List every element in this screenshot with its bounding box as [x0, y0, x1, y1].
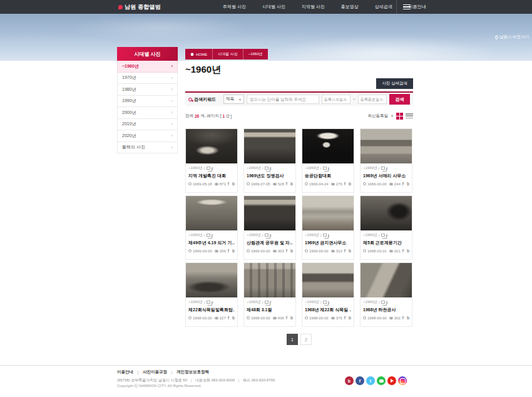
facebook-share-icon[interactable]: f [286, 182, 287, 186]
card-title[interactable]: 제49주년 4.19 의거 기… [188, 240, 235, 246]
blog-share-icon[interactable]: b [290, 182, 293, 186]
sidebar-item-1990s[interactable]: 1990년› [117, 96, 178, 108]
photo-thumbnail[interactable] [361, 196, 412, 230]
band-icon[interactable]: b [345, 376, 354, 385]
footer-link-usage-guide[interactable]: 이용안내 [117, 369, 133, 375]
city-site-quick-link[interactable]: 남원시 바로가기 [495, 34, 529, 40]
youtube-icon[interactable] [387, 376, 396, 385]
page-button-1[interactable]: 1 [287, 334, 298, 345]
photo-detail-search-button[interactable]: 사진 상세검색 [376, 78, 413, 89]
card-title[interactable]: 제5회 근로계몽기간 [363, 240, 409, 246]
sidebar-item-2010s[interactable]: 2010년› [117, 119, 178, 131]
blog-share-icon[interactable]: b [407, 182, 409, 186]
blog-share-icon[interactable]: b [290, 249, 293, 253]
sidebar-item-2020s[interactable]: 2020년› [117, 130, 178, 142]
instagram-icon[interactable] [398, 376, 407, 385]
search-keyword-input[interactable] [247, 95, 319, 104]
photo-thumbnail[interactable] [302, 196, 354, 230]
photo-card[interactable]: ~1960년 / 3 지역 개발촉진 대회 1969-05-18 873 f [185, 128, 238, 193]
photo-card[interactable]: ~1960년 / 2 제49주년 4.19 의거 기… 1969-00-00 2… [185, 195, 238, 260]
sidebar-item-1980s[interactable]: 1980년› [117, 84, 178, 96]
facebook-share-icon[interactable]: f [228, 182, 229, 186]
card-title[interactable]: 1968년 하천공사 [363, 307, 409, 313]
card-title[interactable]: 1969년 서매리 사무소 [363, 173, 409, 179]
photo-card[interactable]: ~1960년 / 6 제5회 근로계몽기간 1968-03-01 321 f [360, 195, 412, 260]
photo-thumbnail[interactable] [361, 263, 412, 297]
card-title[interactable]: 제22회식목일및록화탑… [188, 307, 235, 313]
page-button-2[interactable]: 2 [300, 334, 312, 345]
nav-item-detail-search[interactable]: 상세검색 [367, 0, 401, 14]
photo-card[interactable]: ~1960년 / 1 승공단합대회 1969-04-24 276 f [302, 128, 354, 193]
photo-thumbnail[interactable] [302, 263, 354, 297]
facebook-share-icon[interactable]: f [228, 249, 229, 253]
sidebar-item-1960s[interactable]: ~1960년› [117, 61, 178, 73]
card-title[interactable]: 1969년도 징병검사 [247, 173, 293, 179]
nav-item-region-photos[interactable]: 지역별 사진 [294, 0, 333, 14]
facebook-share-icon[interactable]: f [228, 316, 229, 320]
facebook-share-icon[interactable]: f [402, 316, 404, 320]
card-title[interactable]: 1968년 제22회 식목일 … [305, 307, 351, 313]
photo-thumbnail[interactable] [186, 263, 237, 297]
photo-card[interactable]: ~1960년 / 1 1968년 제22회 식목일 … 1968-00-00 3… [302, 262, 354, 327]
facebook-share-icon[interactable]: f [344, 316, 345, 320]
photo-card[interactable]: ~1960년 / 3 1968년 하천공사 1968-00-00 302 f [360, 262, 412, 327]
photo-card[interactable]: ~1960년 / 4 제22회식목일및록화탑… 1968-00-00 227 f [185, 262, 238, 327]
facebook-share-icon[interactable]: f [402, 249, 404, 253]
blog-share-icon[interactable]: b [232, 249, 235, 253]
blog-share-icon[interactable]: b [290, 316, 293, 320]
grid-view-icon[interactable] [396, 113, 403, 120]
talk-icon[interactable] [377, 376, 386, 385]
site-logo[interactable]: 남원 종합앨범 [118, 0, 161, 14]
footer-link-photo-policy[interactable]: 사진이용규정 [143, 369, 167, 375]
photo-card[interactable]: ~1960년 / 1 1969년 금지면사무소 1969-00-00 310 f [302, 195, 354, 260]
sort-order-select[interactable]: 최신등록일 ▼ [368, 113, 394, 119]
blog-share-icon[interactable]: b [232, 316, 235, 320]
sidebar-item-1970s[interactable]: 1970년› [117, 73, 178, 85]
card-title[interactable]: 1969년 금지면사무소 [305, 240, 351, 246]
search-category-select[interactable]: 제목 ▼ [223, 95, 244, 104]
facebook-share-icon[interactable]: f [402, 182, 404, 186]
facebook-share-icon[interactable]: f [286, 249, 287, 253]
facebook-share-icon[interactable]: f [286, 316, 287, 320]
sidebar-item-photo-of-year[interactable]: 올해의 사진› [117, 142, 178, 154]
photo-thumbnail[interactable] [244, 129, 295, 163]
card-title[interactable]: 승공단합대회 [305, 173, 351, 179]
twitter-icon[interactable]: t [366, 376, 375, 385]
breadcrumb-home[interactable]: HOME [185, 49, 212, 59]
blog-share-icon[interactable]: b [407, 249, 409, 253]
card-title[interactable]: 산림관계 공무원 및 자… [247, 240, 293, 246]
blog-share-icon[interactable]: b [232, 182, 235, 186]
photo-thumbnail[interactable] [186, 129, 237, 163]
nav-item-promo-video[interactable]: 홍보영상 [333, 0, 367, 14]
photo-card[interactable]: ~1960년 / 7 제48회 3.1절 1968-00-00 436 f [243, 262, 296, 327]
photo-card[interactable]: ~1960년 / 3 산림관계 공무원 및 자… 1969-00-00 303 … [243, 195, 296, 260]
facebook-share-icon[interactable]: f [344, 182, 345, 186]
photo-card[interactable]: ~1960년 / 1 1969년 서매리 사무소 1969-00-00 244 … [360, 128, 412, 193]
nav-item-era-photos[interactable]: 시대별 사진 [254, 0, 294, 14]
date-start-input[interactable] [322, 95, 350, 104]
hamburger-menu-button[interactable] [396, 0, 416, 14]
sidebar-item-2000s[interactable]: 2000년› [117, 107, 178, 119]
photo-card[interactable]: ~1960년 / 3 1969년도 징병검사 1969-07-05 528 f [243, 128, 296, 193]
blog-share-icon[interactable]: b [349, 316, 351, 320]
blog-share-icon[interactable]: b [349, 182, 351, 186]
card-title[interactable]: 지역 개발촉진 대회 [188, 173, 235, 179]
separator: / [262, 234, 263, 237]
date-end-input[interactable] [358, 95, 387, 104]
footer-link-privacy-policy[interactable]: 개인정보보호정책 [176, 369, 209, 375]
facebook-share-icon[interactable]: f [344, 249, 345, 253]
search-submit-button[interactable]: 검색 [389, 94, 410, 105]
photo-thumbnail[interactable] [186, 196, 237, 230]
photo-thumbnail[interactable] [302, 129, 354, 163]
photo-thumbnail[interactable] [244, 196, 295, 230]
blog-share-icon[interactable]: b [349, 249, 351, 253]
photo-thumbnail[interactable] [361, 129, 412, 163]
breadcrumb-1960s[interactable]: ~1960년 [243, 49, 268, 59]
blog-share-icon[interactable]: b [407, 316, 409, 320]
facebook-icon[interactable]: f [356, 376, 364, 385]
photo-thumbnail[interactable] [244, 263, 295, 297]
breadcrumb-era-photos[interactable]: 시대별 사진 [212, 49, 243, 59]
list-view-icon[interactable] [406, 113, 413, 119]
nav-item-theme-photos[interactable]: 주제별 사진 [215, 0, 254, 14]
card-title[interactable]: 제48회 3.1절 [247, 307, 293, 313]
